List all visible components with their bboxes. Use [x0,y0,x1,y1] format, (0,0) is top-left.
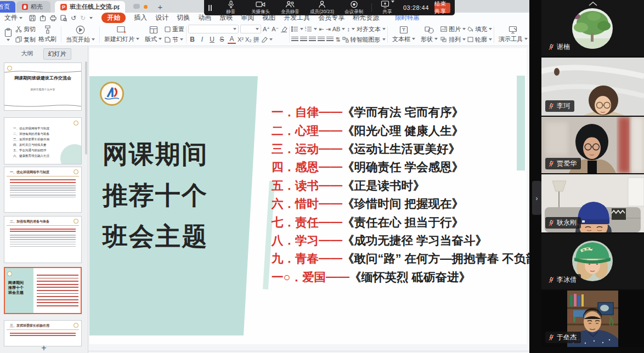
add-slide-button[interactable]: + [0,343,88,353]
increase-font-button[interactable]: A⁺ [263,26,270,33]
outline-label[interactable]: 轮廓 [475,36,487,44]
outline-tab[interactable]: 大纲 [17,48,38,60]
reset-button[interactable]: 重置 [165,25,184,34]
drag-handle[interactable] [208,5,212,11]
video-tile-4[interactable]: 耿永刚 [541,174,644,232]
mute-all-button[interactable]: 全员静音 [275,1,305,15]
tab-design[interactable]: 设计 [155,13,168,22]
save-icon[interactable] [29,15,36,21]
tab-insert[interactable]: 插入 [134,13,147,22]
text-box-button[interactable]: 文本框 [389,24,418,45]
new-tab-button[interactable]: + [155,1,166,12]
record-button[interactable]: 会议录制 [339,1,369,15]
cut-button[interactable]: 剪切 [15,25,36,34]
sidebar-scrollbar[interactable] [85,61,87,155]
outline-icon[interactable] [467,37,473,42]
underline-button[interactable]: U [208,36,216,43]
fill-label[interactable]: 填充 [475,25,487,33]
font-color-button[interactable]: A [228,35,236,44]
print-preview-icon[interactable] [60,15,67,21]
numbered-list-icon[interactable] [305,26,312,32]
layout-button[interactable]: 版式 [142,24,165,45]
video-tile-2[interactable]: 李珂 [541,58,644,116]
camera-off-button[interactable]: 关摄像头 [246,1,275,15]
font-family-select[interactable] [188,25,239,33]
more-commands-icon[interactable] [89,17,93,19]
decrease-indent-icon[interactable]: ⇤ [319,26,324,33]
collapse-chevron-icon[interactable] [588,1,598,6]
pinyin-button[interactable]: 拼 [253,36,259,44]
slides-tab[interactable]: 幻灯片 [43,48,71,60]
end-share-button[interactable]: 结束共享 [434,3,450,13]
shapes-button[interactable]: 形状 [418,24,440,45]
bullet-list-icon[interactable] [291,26,298,32]
participant-name: 贾爱华 [557,159,577,168]
copy-button[interactable]: 复制 [15,35,36,44]
italic-button[interactable]: I [198,36,206,43]
clear-format-icon[interactable] [280,26,287,32]
smart-graphics-label[interactable]: 转智能图形 [351,36,381,44]
arrange-label[interactable]: 排列 [449,36,461,44]
decrease-font-button[interactable]: A⁻ [272,26,279,33]
tab-home[interactable]: 首页 [0,1,15,13]
superscript-button[interactable]: X² [238,36,244,43]
tab-document[interactable]: P 班主任线上交流.pptx [55,1,125,13]
slide-canvas[interactable]: 网课期间 推荐十个 班会主题 一．自律——《学而有法 宅而有序》 二．心理——《… [89,48,527,344]
video-tile-3[interactable]: 贾爱华 [541,117,644,173]
expand-panel-button[interactable]: › [532,181,541,215]
slide-thumbnail-4[interactable]: 二、加强每周的准备与装备 [4,216,82,263]
slide-thumbnail-1[interactable]: 网课期间班级建设工作交流会 郑州市第四十九中学 [4,62,82,111]
fill-icon[interactable] [467,26,473,32]
video-tile-6[interactable]: 于垒杰 [541,291,644,347]
align-justify-icon[interactable] [318,37,325,42]
subscript-button[interactable]: X₂ [245,36,252,43]
align-center-icon[interactable] [300,37,307,42]
font-size-select[interactable] [240,25,261,33]
presentation-tools-button[interactable]: 演示工具 [496,24,529,45]
participant-name: 李冰倩 [557,275,577,284]
tab-start[interactable]: 开始 [101,13,126,23]
list-item: 一．自律——《学而有法 宅而有序》 [272,103,561,121]
picture-label[interactable]: 图片 [449,25,461,33]
redo-icon[interactable]: ↻ [80,14,86,22]
slide-title-textbox[interactable]: 网课期间 推荐十个 班会主题 [103,134,208,257]
print-icon[interactable] [50,15,57,21]
align-right-icon[interactable] [309,37,316,42]
tab-transition[interactable]: 切换 [177,13,190,22]
strikethrough-button[interactable]: S [218,36,226,43]
section-button[interactable]: 节 [165,35,184,44]
increase-indent-icon[interactable]: ⇥ [326,26,331,33]
slide-thumbnail-2[interactable]: 一、优化班级网络学习制度 二、加强每周的准备与装备 三、发挥班委家长积极作用 四… [4,117,82,164]
thumb6-title: 三、发挥班委家长积极作用 [7,321,79,330]
share-button[interactable]: 共享 [375,1,400,15]
school-logo-icon [74,169,78,174]
tab-docer[interactable]: 稻壳 [16,1,50,13]
message-icon[interactable] [133,4,140,9]
slide-list-textbox[interactable]: 一．自律——《学而有法 宅而有序》 二．心理——《阳光心理 健康人生》 三．运动… [272,103,561,286]
export-icon[interactable] [39,15,46,21]
highlighter-icon[interactable] [261,37,268,43]
arrange-icon[interactable] [440,37,447,42]
slide-thumbnail-6[interactable]: 三、发挥班委家长积极作用 [4,320,82,346]
text-direction-button[interactable]: AB [332,26,341,32]
align-distribute-icon[interactable] [326,37,334,42]
smart-graphics-icon[interactable] [342,37,349,43]
mute-button[interactable]: 静音 [216,1,246,15]
file-menu[interactable]: 文件 [0,13,26,22]
new-slide-button[interactable]: 新建幻灯片 [101,24,142,45]
paste-button[interactable] [1,24,15,45]
slide-thumbnail-3[interactable]: 一、优化班级网络学习制度 [4,167,82,213]
line-spacing-icon[interactable]: ↕ [347,26,350,32]
video-tile-1[interactable]: 谢楠 [541,0,644,56]
bold-button[interactable]: B [188,36,196,43]
undo-icon[interactable]: ↺ [71,14,76,22]
play-from-current-button[interactable]: 当页开始 [63,24,98,45]
align-left-icon[interactable] [291,37,298,42]
members-button[interactable]: 成员(20/23) [305,1,339,15]
video-tile-5[interactable]: 李冰倩 [541,234,644,289]
slide-thumbnail-5-current[interactable]: 网课期间 推荐十个 班会主题 [4,267,82,314]
row-spacing-icon[interactable]: ⇅ [335,36,340,43]
align-text-button[interactable]: 对齐文本 [357,25,381,33]
picture-icon[interactable] [440,26,447,32]
format-painter-button[interactable]: 格式刷 [36,24,59,45]
